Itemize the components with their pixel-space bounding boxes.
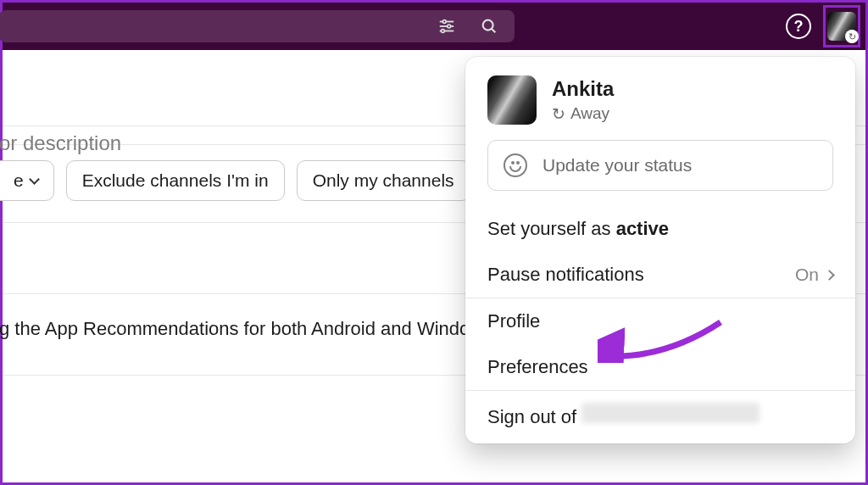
away-presence-icon: ↻ xyxy=(845,30,859,43)
status-placeholder: Update your status xyxy=(542,155,692,176)
profile-item[interactable]: Profile xyxy=(465,298,855,344)
chip-label: Exclude channels I'm in xyxy=(82,170,269,191)
filter-chip-type[interactable]: e xyxy=(0,160,54,201)
presence-label: Away xyxy=(570,104,609,123)
set-active-item[interactable]: Set yourself as active xyxy=(465,206,855,252)
profile-avatar xyxy=(487,75,537,125)
chevron-right-icon xyxy=(824,270,835,281)
chip-label: e xyxy=(14,170,24,191)
search-icon[interactable] xyxy=(474,11,504,42)
set-active-prefix: Set yourself as xyxy=(487,218,616,239)
topbar: ? ↻ xyxy=(3,3,865,50)
svg-point-1 xyxy=(442,20,446,24)
chevron-down-icon xyxy=(29,174,40,185)
smiley-icon xyxy=(504,153,527,177)
search-bar[interactable] xyxy=(0,10,515,42)
presence-status: ↻ Away xyxy=(552,104,614,124)
workspace-name-blurred xyxy=(581,403,760,423)
svg-point-5 xyxy=(442,30,445,33)
help-button[interactable]: ? xyxy=(786,14,811,39)
user-name: Ankita xyxy=(552,77,614,101)
preferences-item[interactable]: Preferences xyxy=(465,344,855,390)
svg-point-3 xyxy=(448,25,451,28)
pause-notifications-label: Pause notifications xyxy=(487,264,644,286)
user-menu: Ankita ↻ Away Update your status Set you… xyxy=(465,57,855,443)
annotation-frame: ? ↻ or description e Exclude channels I'… xyxy=(0,0,868,485)
sign-out-item[interactable]: Sign out of xyxy=(465,391,855,440)
filter-chip-exclude[interactable]: Exclude channels I'm in xyxy=(66,160,285,201)
filter-icon[interactable] xyxy=(431,11,462,42)
set-active-strong: active xyxy=(616,218,669,239)
update-status-input[interactable]: Update your status xyxy=(487,140,833,191)
pause-notifications-item[interactable]: Pause notifications On xyxy=(465,252,855,298)
preferences-label: Preferences xyxy=(487,356,588,378)
avatar-highlight: ↻ xyxy=(823,5,860,47)
profile-label: Profile xyxy=(487,310,540,332)
pause-notifications-value: On xyxy=(795,265,819,285)
chip-label: Only my channels xyxy=(313,170,454,191)
svg-point-6 xyxy=(483,20,493,31)
svg-line-7 xyxy=(492,29,495,32)
profile-avatar-button[interactable]: ↻ xyxy=(827,12,856,41)
filter-chip-only-mine[interactable]: Only my channels xyxy=(297,160,470,201)
away-icon: ↻ xyxy=(552,104,565,124)
sign-out-prefix: Sign out of xyxy=(487,406,581,427)
